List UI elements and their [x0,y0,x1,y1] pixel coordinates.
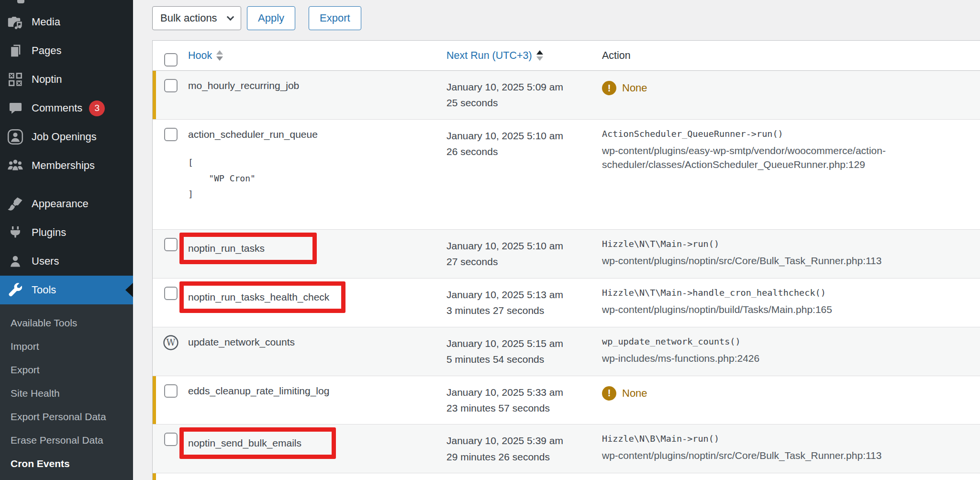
hook-cell: update_network_counts [188,327,446,376]
row-checkbox[interactable] [164,238,178,251]
row-checkbox[interactable] [164,79,178,92]
appearance-icon [7,196,23,212]
row-checkbox[interactable] [164,287,178,300]
menu-separator [0,180,133,190]
cron-event-row: mo_hourly_recurring_jobJanuary 10, 2025 … [153,71,980,120]
row-checkbox[interactable] [164,128,178,141]
hook-name: mo_hourly_recurring_job [188,80,299,91]
row-select-cell [164,120,188,229]
column-header-hook: Hook [188,50,446,62]
submenu-item-import[interactable]: Import [0,335,133,358]
sidebar-item-pages[interactable]: Pages [0,36,133,65]
comments-count-badge: 3 [89,100,105,116]
sidebar-item-plugins[interactable]: Plugins [0,218,133,247]
action-callback: ActionScheduler_QueueRunner->run() [602,129,951,139]
sidebar-item-tools[interactable]: Tools [0,276,133,304]
next-run-relative: 27 seconds [446,255,602,269]
next-run-relative: 5 minutes 54 seconds [446,352,602,367]
bulk-actions-select[interactable]: Bulk actions [152,6,241,30]
action-cell: Hizzle\N\T\Main->handle_cron_healthcheck… [602,279,980,327]
action-file-path: wp-content/plugins/noptin/src/Core/Bulk_… [602,254,951,268]
bulk-actions-toolbar: Bulk actions Apply Export [133,0,980,30]
action-file-path: wp-content/plugins/noptin/src/Core/Bulk_… [602,448,951,462]
comments-icon [7,100,23,116]
action-cell: Hizzle\N\T\Main->run()wp-content/plugins… [602,230,980,278]
sidebar-item-users[interactable]: Users [0,247,133,276]
column-header-next-run: Next Run (UTC+3) [446,50,602,62]
bulk-actions-selected-value: Bulk actions [160,12,217,24]
next-run-cell: January 10, 2025 5:09 am25 seconds [446,71,602,119]
next-run-cell: January 10, 2025 5:39 am29 minutes 26 se… [446,424,602,473]
submenu-item-site-health[interactable]: Site Health [0,381,133,405]
sidebar-item-media[interactable]: Media [0,8,133,36]
action-none-status: !None [602,385,951,401]
action-callback: Hizzle\N\B\Main->run() [602,434,951,444]
sidebar-item-comments[interactable]: Comments3 [0,94,133,123]
sidebar-item-label: Plugins [32,226,66,239]
job-openings-icon [7,129,23,145]
cron-event-row: edds_cleanup_rate_limiting_logJanuary 10… [153,376,980,425]
hook-cell: edds_cleanup_rate_limiting_log [188,376,446,424]
red-highlight-box: noptin_send_bulk_emails [179,427,336,459]
row-checkbox[interactable] [164,384,178,398]
sidebar-item-noptin[interactable]: Noptin [0,65,133,94]
sidebar-item-label: Noptin [32,73,62,86]
next-run-date: January 10, 2025 5:10 am [446,129,602,143]
red-highlight-box: noptin_run_tasks [179,233,317,264]
row-checkbox[interactable] [164,433,178,446]
wordpress-admin-cron-events-page: { "sidebar": { "items": [ { "label": "Me… [0,0,980,480]
wordpress-logo-icon: W [164,335,188,351]
submenu-item-erase-personal-data[interactable]: Erase Personal Data [0,428,133,452]
next-run-date: January 10, 2025 5:15 am [446,336,602,351]
submenu-item-cron-events[interactable]: Cron Events [0,452,133,475]
sidebar-item-label: Pages [32,45,61,57]
select-all-cell [164,45,188,67]
hook-sort-arrows-icon[interactable] [216,50,223,61]
select-all-checkbox[interactable] [164,53,178,67]
next-run-cell: January 10, 2025 5:15 am5 minutes 54 sec… [446,327,602,376]
next-run-cell: January 10, 2025 5:13 am3 minutes 27 sec… [446,279,602,327]
next-run-relative: 26 seconds [446,145,602,159]
row-select-cell [164,71,188,119]
sort-by-next-run-link[interactable]: Next Run (UTC+3) [446,50,532,62]
cron-event-row: mo_daily_recurring_jobJanuary 10, 2025 5… [153,473,980,480]
sidebar-item-label: Job Openings [32,131,97,143]
next-run-cell: January 10, 2025 5:10 am27 seconds [446,230,602,278]
hook-name: action_scheduler_run_queue [188,129,318,140]
cron-event-row: noptin_run_tasksJanuary 10, 2025 5:10 am… [153,230,980,279]
pages-icon [7,43,23,59]
next-run-date: January 10, 2025 5:13 am [446,288,602,302]
next-run-relative: 25 seconds [446,96,602,110]
next-run-relative: 23 minutes 57 seconds [446,401,602,415]
submenu-item-export-personal-data[interactable]: Export Personal Data [0,405,133,428]
cron-event-row: noptin_send_bulk_emailsJanuary 10, 2025 … [153,424,980,473]
hook-cell: noptin_run_tasks_health_check [188,279,446,327]
hook-name: edds_cleanup_rate_limiting_log [188,385,329,396]
main-content: Bulk actions Apply Export Hook Next Run … [133,0,980,480]
hook-name: update_network_counts [188,336,295,347]
sidebar-item-appearance[interactable]: Appearance [0,190,133,218]
submenu-item-export[interactable]: Export [0,358,133,381]
action-callback: Hizzle\N\T\Main->handle_cron_healthcheck… [602,288,951,298]
hook-name: noptin_send_bulk_emails [188,437,301,448]
apply-button[interactable]: Apply [247,6,295,30]
action-cell: wp_update_network_counts()wp-includes/ms… [602,327,980,376]
action-file-path: wp-content/plugins/noptin/build/Tasks/Ma… [602,302,951,316]
action-cell: !None [602,71,980,119]
table-body: mo_hourly_recurring_jobJanuary 10, 2025 … [153,71,980,480]
submenu-item-available-tools[interactable]: Available Tools [0,311,133,335]
next-run-relative: 3 minutes 27 seconds [446,303,602,318]
export-button[interactable]: Export [309,6,361,30]
sidebar-item-label: Appearance [32,198,89,210]
sidebar-item-memberships[interactable]: Memberships [0,151,133,180]
next-run-date: January 10, 2025 5:09 am [446,80,602,94]
sidebar-item-label: Media [32,16,60,28]
cron-event-row: action_scheduler_run_queue[ "WP Cron" ]J… [153,120,980,230]
sidebar-item-job-openings[interactable]: Job Openings [0,123,133,151]
action-callback: wp_update_network_counts() [602,336,951,346]
action-cell: ActionScheduler_QueueRunner->run()wp-con… [602,120,980,229]
active-menu-arrow [125,283,133,297]
hook-cell: mo_hourly_recurring_job [188,71,446,119]
sort-by-hook-link[interactable]: Hook [188,50,212,62]
next-run-sort-arrows-icon[interactable] [536,50,543,61]
